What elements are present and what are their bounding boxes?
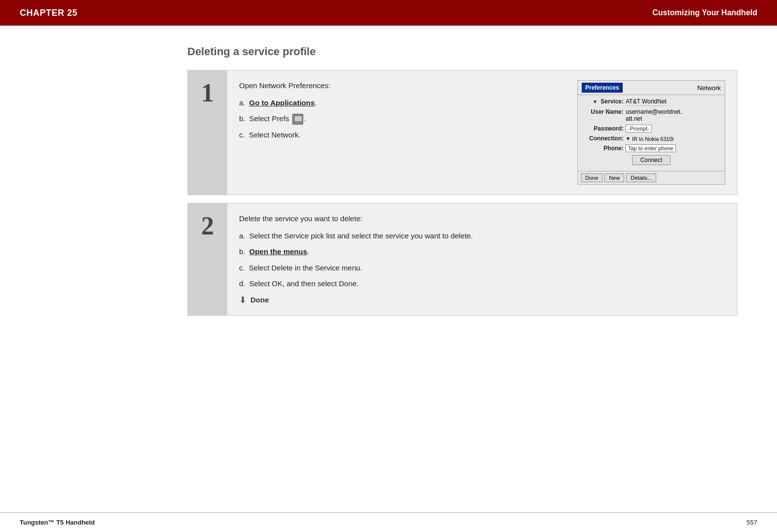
- step-1-label-a: a.: [239, 99, 246, 107]
- step-2-item-c: c. Select Delete in the Service menu.: [239, 263, 725, 274]
- step-2-text-b: Open the menus.: [249, 246, 310, 258]
- step-1-item-a: a. Go to Applications.: [239, 98, 558, 109]
- step-1-item-b: b. Select Prefs .: [239, 113, 558, 125]
- service-dropdown-arrow: ▼: [593, 99, 598, 104]
- phone-label: Phone:: [582, 145, 624, 152]
- open-menus-link[interactable]: Open the menus: [249, 247, 308, 256]
- step-2-label-b: b.: [239, 247, 246, 256]
- connection-dropdown-arrow: ▼: [626, 136, 631, 141]
- step-1-number-box: 1: [188, 70, 227, 195]
- step-2-content: Delete the service you want to delete: a…: [227, 203, 737, 315]
- prefs-connection-row: Connection: ▼ IR to Nokia 6310i: [582, 135, 721, 142]
- step-1-number: 1: [201, 78, 214, 107]
- prefs-details-button[interactable]: Details...: [626, 173, 656, 182]
- step-2-number: 2: [201, 211, 214, 240]
- step-2-number-box: 2: [188, 203, 227, 315]
- step-2-container: 2 Delete the service you want to delete:…: [187, 203, 738, 316]
- go-to-applications-link[interactable]: Go to Applications: [249, 99, 315, 107]
- step-2-label-d: d.: [239, 279, 246, 288]
- prefs-panel: Preferences Network ▼ Service: AT&T Worl…: [577, 80, 725, 185]
- main-content: Deleting a service profile 1 Open Networ…: [0, 26, 777, 343]
- step-2-label-a: a.: [239, 232, 246, 240]
- prefs-panel-header: Preferences Network: [578, 81, 725, 95]
- step-1-content: Open Network Preferences: a. Go to Appli…: [227, 70, 737, 195]
- prefs-connect-row: Connect: [582, 155, 721, 165]
- password-label: Password:: [582, 125, 624, 132]
- connect-button[interactable]: Connect: [632, 155, 671, 165]
- step-2-item-d: d. Select OK, and then select Done.: [239, 278, 725, 290]
- step-1-item-c: c. Select Network.: [239, 130, 558, 141]
- step-2-text-d: Select OK, and then select Done.: [249, 278, 359, 290]
- step-1-intro: Open Network Preferences:: [239, 80, 558, 92]
- username-value: username@worldnet. att.net: [626, 108, 682, 122]
- step-2-item-b: b. Open the menus.: [239, 246, 725, 258]
- step-2-text-a: Select the Service pick list and select …: [249, 231, 473, 242]
- prefs-username-row: User Name: username@worldnet. att.net: [582, 108, 721, 122]
- prefs-password-row: Password: -Prompt-: [582, 125, 721, 133]
- footer-page-number: 557: [746, 519, 757, 526]
- step-2-label-c: c.: [239, 264, 245, 272]
- step-1-text-c: Select Network.: [249, 130, 301, 141]
- prefs-phone-row: Phone: Tap to enter phone: [582, 144, 721, 152]
- done-arrow-icon: ⬇: [239, 295, 247, 305]
- step-1-text-b: Select Prefs .: [249, 113, 306, 125]
- password-value[interactable]: -Prompt-: [626, 125, 652, 133]
- prefs-network-label: Network: [697, 84, 721, 92]
- step-1-label-b: b.: [239, 114, 246, 123]
- step-2-intro: Delete the service you want to delete:: [239, 213, 725, 225]
- step-1-text: Open Network Preferences: a. Go to Appli…: [239, 80, 558, 185]
- step-1-label-c: c.: [239, 131, 245, 139]
- prefs-done-button[interactable]: Done: [581, 173, 602, 182]
- prefs-label: Preferences: [582, 83, 623, 93]
- page-header: CHAPTER 25 Customizing Your Handheld: [0, 0, 777, 26]
- service-value: AT&T WorldNet: [626, 98, 667, 106]
- page-subtitle: Customizing Your Handheld: [652, 8, 757, 17]
- prefs-body: ▼ Service: AT&T WorldNet User Name: user…: [578, 95, 725, 171]
- connection-value: ▼ IR to Nokia 6310i: [626, 136, 673, 142]
- chapter-title: CHAPTER 25: [20, 8, 77, 18]
- footer-product: Tungsten™ T5 Handheld: [20, 519, 95, 526]
- service-label: ▼ Service:: [582, 98, 624, 105]
- username-label: User Name:: [582, 108, 624, 115]
- page-footer: Tungsten™ T5 Handheld 557: [0, 512, 777, 532]
- prefs-bottom-row: Done New Details...: [578, 171, 725, 184]
- step-1-text-a: Go to Applications.: [249, 98, 317, 109]
- step-2-item-a: a. Select the Service pick list and sele…: [239, 231, 725, 242]
- done-row: ⬇ Done: [239, 295, 725, 305]
- prefs-service-row: ▼ Service: AT&T WorldNet: [582, 98, 721, 106]
- section-title: Deleting a service profile: [187, 45, 738, 58]
- phone-value[interactable]: Tap to enter phone: [626, 144, 676, 152]
- step-2-text-c: Select Delete in the Service menu.: [249, 263, 362, 274]
- done-label: Done: [250, 296, 269, 304]
- step-1-container: 1 Open Network Preferences: a. Go to App…: [187, 70, 738, 195]
- step-2-text: Delete the service you want to delete: a…: [239, 213, 725, 305]
- connection-label: Connection:: [582, 135, 624, 142]
- prefs-icon: [292, 114, 303, 125]
- prefs-new-button[interactable]: New: [604, 173, 624, 182]
